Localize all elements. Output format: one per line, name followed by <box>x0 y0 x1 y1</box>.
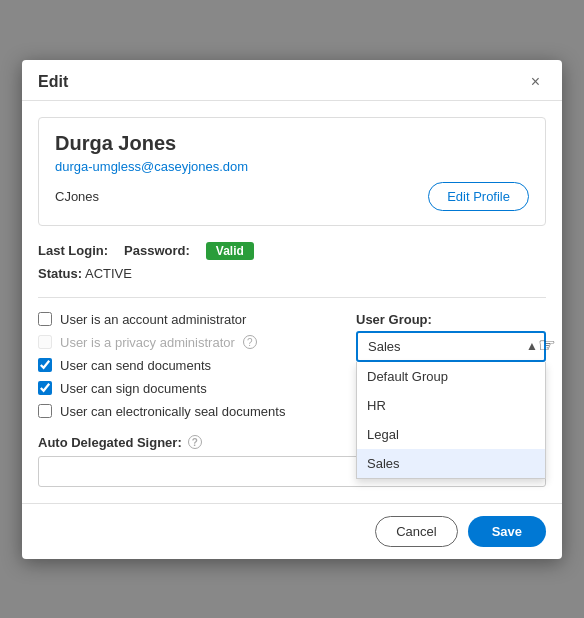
dropdown-list: Default Group HR Legal Sales <box>356 362 546 479</box>
auto-delegated-help-icon[interactable]: ? <box>188 435 202 449</box>
edit-modal: Edit × Durga Jones durga-umgless@caseyjo… <box>22 60 562 559</box>
profile-name: Durga Jones <box>55 132 529 155</box>
dropdown-selected-value[interactable]: Sales ▲ <box>356 331 546 362</box>
profile-username: CJones <box>55 189 99 204</box>
modal-overlay: Edit × Durga Jones durga-umgless@caseyjo… <box>0 0 584 618</box>
info-row: Last Login: Password: Valid <box>38 242 546 260</box>
divider <box>38 297 546 298</box>
profile-card: Durga Jones durga-umgless@caseyjones.dom… <box>38 117 546 226</box>
privacy-admin-label: User is a privacy administrator <box>60 335 235 350</box>
status-row: Status: ACTIVE <box>38 266 546 281</box>
sign-docs-label: User can sign documents <box>60 381 207 396</box>
dropdown-current-value: Sales <box>368 339 401 354</box>
checkbox-send-docs: User can send documents <box>38 358 340 373</box>
modal-header: Edit × <box>22 60 562 101</box>
dropdown-option-legal[interactable]: Legal <box>357 420 545 449</box>
modal-title: Edit <box>38 73 68 91</box>
password-label: Password: <box>124 243 190 258</box>
two-col-section: User is an account administrator User is… <box>38 312 546 419</box>
send-docs-checkbox[interactable] <box>38 358 52 372</box>
dropdown-option-default-group[interactable]: Default Group <box>357 362 545 391</box>
account-admin-label: User is an account administrator <box>60 312 246 327</box>
user-group-dropdown[interactable]: Sales ▲ Default Group HR Legal Sales ☞ <box>356 331 546 362</box>
send-docs-label: User can send documents <box>60 358 211 373</box>
checkboxes-column: User is an account administrator User is… <box>38 312 340 419</box>
checkbox-sign-docs: User can sign documents <box>38 381 340 396</box>
save-button[interactable]: Save <box>468 516 546 547</box>
privacy-admin-help-icon[interactable]: ? <box>243 335 257 349</box>
sign-docs-checkbox[interactable] <box>38 381 52 395</box>
user-group-label: User Group: <box>356 312 546 327</box>
cancel-button[interactable]: Cancel <box>375 516 457 547</box>
close-button[interactable]: × <box>525 72 546 92</box>
status-value: ACTIVE <box>85 266 132 281</box>
profile-row: CJones Edit Profile <box>55 182 529 211</box>
checkbox-privacy-admin: User is a privacy administrator ? <box>38 335 340 350</box>
modal-body: Durga Jones durga-umgless@caseyjones.dom… <box>22 101 562 503</box>
dropdown-arrow-icon: ▲ <box>526 339 538 353</box>
seal-docs-label: User can electronically seal documents <box>60 404 285 419</box>
password-status-badge: Valid <box>206 242 254 260</box>
edit-profile-button[interactable]: Edit Profile <box>428 182 529 211</box>
checkbox-account-admin: User is an account administrator <box>38 312 340 327</box>
account-admin-checkbox[interactable] <box>38 312 52 326</box>
profile-email: durga-umgless@caseyjones.dom <box>55 159 529 174</box>
user-group-column: User Group: Sales ▲ Default Group HR Leg… <box>356 312 546 419</box>
dropdown-option-sales[interactable]: Sales <box>357 449 545 478</box>
seal-docs-checkbox[interactable] <box>38 404 52 418</box>
status-label: Status: <box>38 266 82 281</box>
last-login-label: Last Login: <box>38 243 108 258</box>
modal-footer: Cancel Save <box>22 503 562 559</box>
checkbox-seal-docs: User can electronically seal documents <box>38 404 340 419</box>
privacy-admin-checkbox[interactable] <box>38 335 52 349</box>
dropdown-option-hr[interactable]: HR <box>357 391 545 420</box>
